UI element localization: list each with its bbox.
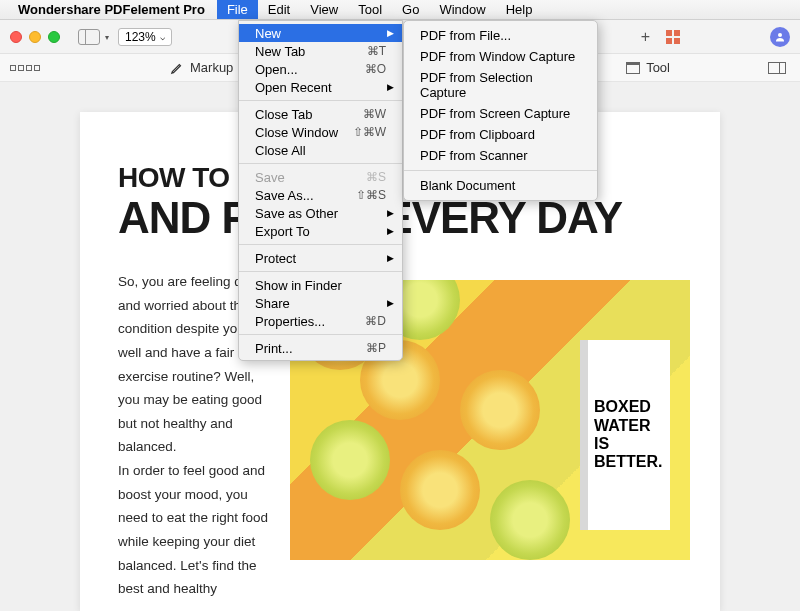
menu-item-label: Share [255,296,290,311]
app-name[interactable]: Wondershare PDFelement Pro [18,2,205,17]
file-menu-item[interactable]: New Tab⌘T [239,42,402,60]
minimize-window-button[interactable] [29,31,41,43]
pen-icon [170,61,184,75]
menu-shortcut: ⌘O [365,62,386,76]
menu-view[interactable]: View [300,0,348,19]
menu-item-label: Close Window [255,125,338,140]
menu-item-label: Save [255,170,285,185]
file-menu-item[interactable]: Open Recent▶ [239,78,402,96]
new-submenu-item[interactable]: PDF from Clipboard [404,124,597,145]
toolbox-icon [626,62,640,74]
menu-file[interactable]: File [217,0,258,19]
tool-label: Tool [646,60,670,75]
file-menu-item[interactable]: Open...⌘O [239,60,402,78]
file-menu-item[interactable]: Close All [239,141,402,159]
menu-item-label: Close Tab [255,107,313,122]
menu-shortcut: ⌘W [363,107,386,121]
menu-item-label: Export To [255,224,310,239]
new-submenu-item[interactable]: PDF from Window Capture [404,46,597,67]
menu-item-label: Save as Other [255,206,338,221]
user-avatar[interactable] [770,27,790,47]
menu-item-label: Close All [255,143,306,158]
menu-item-label: New [255,26,281,41]
new-submenu-item[interactable]: Blank Document [404,175,597,196]
file-menu-item[interactable]: Export To▶ [239,222,402,240]
menu-item-label: Show in Finder [255,278,342,293]
file-menu-item[interactable]: Protect▶ [239,249,402,267]
file-menu-item[interactable]: New▶ [239,24,402,42]
maximize-window-button[interactable] [48,31,60,43]
file-menu-item[interactable]: Save As...⇧⌘S [239,186,402,204]
sidebar-toggle-button[interactable] [78,29,100,45]
right-panel-toggle-icon[interactable] [768,62,786,74]
menu-item-label: Save As... [255,188,314,203]
file-menu-item[interactable]: Print...⌘P [239,339,402,357]
chevron-down-icon: ⌵ [160,32,165,42]
new-tab-button[interactable]: + [641,28,650,46]
markup-tab[interactable]: Markup [170,60,233,75]
menu-help[interactable]: Help [496,0,543,19]
menu-go[interactable]: Go [392,0,429,19]
file-menu-item[interactable]: Close Window⇧⌘W [239,123,402,141]
menu-tool[interactable]: Tool [348,0,392,19]
new-submenu-item[interactable]: PDF from Selection Capture [404,67,597,103]
file-menu-item: Save⌘S [239,168,402,186]
submenu-arrow-icon: ▶ [387,298,394,308]
menu-item-label: New Tab [255,44,305,59]
tool-tab[interactable]: Tool [626,60,670,75]
submenu-arrow-icon: ▶ [387,253,394,263]
new-submenu: PDF from File...PDF from Window CaptureP… [403,20,598,201]
new-submenu-item[interactable]: PDF from File... [404,25,597,46]
person-icon [774,31,786,43]
menu-shortcut: ⌘S [366,170,386,184]
zoom-value: 123% [125,30,156,44]
file-menu-item[interactable]: Show in Finder [239,276,402,294]
file-menu-dropdown: New▶New Tab⌘TOpen...⌘OOpen Recent▶Close … [238,20,403,361]
traffic-lights [10,31,60,43]
file-menu-item[interactable]: Properties...⌘D [239,312,402,330]
menu-window[interactable]: Window [429,0,495,19]
markup-label: Markup [190,60,233,75]
new-submenu-item[interactable]: PDF from Screen Capture [404,103,597,124]
thumbnail-view-icon[interactable] [10,65,40,71]
new-submenu-item[interactable]: PDF from Scanner [404,145,597,166]
file-menu-item[interactable]: Share▶ [239,294,402,312]
submenu-arrow-icon: ▶ [387,226,394,236]
svg-point-0 [778,33,782,37]
submenu-arrow-icon: ▶ [387,82,394,92]
menu-shortcut: ⌘T [367,44,386,58]
close-window-button[interactable] [10,31,22,43]
menu-item-label: Properties... [255,314,325,329]
submenu-arrow-icon: ▶ [387,208,394,218]
file-menu-item[interactable]: Save as Other▶ [239,204,402,222]
menu-shortcut: ⇧⌘S [356,188,386,202]
menu-shortcut: ⌘P [366,341,386,355]
menu-item-label: Protect [255,251,296,266]
submenu-arrow-icon: ▶ [387,28,394,38]
menu-item-label: Open... [255,62,298,77]
menu-shortcut: ⌘D [365,314,386,328]
zoom-dropdown[interactable]: 123% ⌵ [118,28,172,46]
menu-item-label: Print... [255,341,293,356]
menu-shortcut: ⇧⌘W [353,125,386,139]
file-menu-item[interactable]: Close Tab⌘W [239,105,402,123]
macos-menubar: Wondershare PDFelement Pro File Edit Vie… [0,0,800,20]
carton-graphic: BOXED WATER IS BETTER. [580,340,670,530]
menu-item-label: Open Recent [255,80,332,95]
menu-edit[interactable]: Edit [258,0,300,19]
grid-view-icon[interactable] [666,30,680,44]
